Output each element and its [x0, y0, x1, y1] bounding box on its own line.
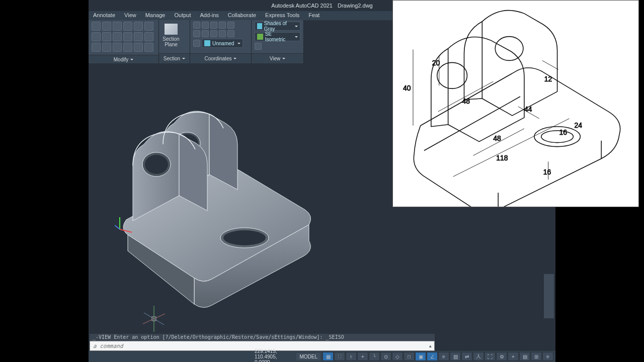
- tab-annotate[interactable]: Annotate: [89, 11, 120, 20]
- transparency-icon[interactable]: ▨: [450, 352, 461, 361]
- ucs4-icon[interactable]: [219, 22, 226, 29]
- navigation-bar[interactable]: [543, 274, 554, 319]
- infer-icon[interactable]: ⊦: [346, 352, 357, 361]
- draw5-icon[interactable]: [134, 43, 143, 52]
- cursor-coordinates: 229.1415, 110.4905, 0.0000: [255, 348, 292, 363]
- svg-line-7: [120, 229, 132, 232]
- panel-section[interactable]: Section: [159, 53, 190, 63]
- svg-point-5: [145, 155, 168, 174]
- snap-icon[interactable]: ⸬: [334, 352, 345, 361]
- svg-point-15: [495, 37, 523, 61]
- ucs1-icon[interactable]: [193, 22, 200, 29]
- svg-point-16: [437, 62, 467, 88]
- dim-48b: 48: [493, 134, 501, 142]
- draw1-icon[interactable]: [92, 43, 101, 52]
- 3dosnap-icon[interactable]: ▣: [415, 352, 426, 361]
- chevron-down-icon: [295, 36, 298, 38]
- ucs7-icon[interactable]: [202, 30, 209, 37]
- units-icon[interactable]: ▤: [519, 352, 530, 361]
- lweight-icon[interactable]: ≡: [438, 352, 449, 361]
- tab-collaborate[interactable]: Collaborate: [223, 11, 261, 20]
- chevron-down-icon: [233, 58, 236, 59]
- tab-view[interactable]: View: [120, 11, 141, 20]
- qp-icon[interactable]: ⊞: [531, 352, 542, 361]
- chevron-down-icon: [130, 59, 133, 60]
- ucs5-icon[interactable]: [227, 22, 234, 29]
- sphere-icon: [257, 23, 262, 29]
- tab-express[interactable]: Express Tools: [261, 11, 304, 20]
- draw6-icon[interactable]: [144, 43, 153, 52]
- trim-icon[interactable]: [113, 22, 122, 31]
- panel-coordinates[interactable]: Coordinates: [190, 53, 251, 63]
- autoscale-icon[interactable]: ⛶: [485, 352, 496, 361]
- iso-icon[interactable]: ◇: [392, 352, 403, 361]
- svg-line-20: [542, 60, 558, 69]
- space-toggle[interactable]: MODEL: [296, 353, 320, 360]
- ortho-icon[interactable]: └: [369, 352, 380, 361]
- ucs-icon: [204, 40, 210, 46]
- command-history-up-icon[interactable]: ▴: [426, 343, 434, 348]
- dim-12: 12: [544, 75, 552, 83]
- tab-manage[interactable]: Manage: [141, 11, 170, 20]
- chevron-down-icon: [295, 26, 298, 27]
- draw3-icon[interactable]: [113, 43, 122, 52]
- dim-16b: 16: [543, 168, 551, 176]
- polar-icon[interactable]: ⊙: [380, 352, 391, 361]
- dim-40: 40: [403, 84, 411, 92]
- ucs11-icon[interactable]: [193, 40, 200, 47]
- annomonitor-icon[interactable]: +: [508, 352, 519, 361]
- rotate-icon[interactable]: [102, 22, 111, 31]
- ucs10-icon[interactable]: [227, 30, 234, 37]
- erase-icon[interactable]: [144, 32, 153, 41]
- copy-icon[interactable]: [92, 32, 101, 41]
- tab-featured[interactable]: Feat: [304, 11, 324, 20]
- tab-addins[interactable]: Add-ins: [196, 11, 223, 20]
- ucs3-icon[interactable]: [210, 22, 217, 29]
- tab-output[interactable]: Output: [170, 11, 195, 20]
- array-icon[interactable]: [144, 22, 153, 31]
- annot-icon[interactable]: 人: [473, 352, 484, 361]
- ucs9-icon[interactable]: [219, 30, 226, 37]
- workspace-icon[interactable]: ⚙: [496, 352, 507, 361]
- section-plane-button[interactable]: Section Plane: [160, 21, 182, 49]
- osnap-icon[interactable]: □: [404, 352, 415, 361]
- svg-point-14: [541, 131, 574, 143]
- view-preset-dropdown[interactable]: SE Isometric: [255, 32, 300, 41]
- status-bar: 229.1415, 110.4905, 0.0000 MODEL ▦ ⸬ ⊦ +…: [89, 351, 555, 362]
- file-name: Drawing2.dwg: [338, 3, 373, 9]
- ucs6-icon[interactable]: [193, 30, 200, 37]
- autocad-window: Autodesk AutoCAD 2021 Drawing2.dwg Annot…: [89, 0, 555, 362]
- offset-icon[interactable]: [123, 32, 132, 41]
- explode-icon[interactable]: [134, 32, 143, 41]
- draw4-icon[interactable]: [123, 43, 132, 52]
- dim-24: 24: [574, 121, 582, 129]
- cube-icon: [257, 34, 263, 40]
- chevron-down-icon: [182, 58, 185, 59]
- fillet-icon[interactable]: [134, 22, 143, 31]
- reference-drawing: 40 20 48 12 44 48 118 16 24 16: [392, 0, 639, 207]
- move-icon[interactable]: [92, 22, 101, 31]
- view-tool-icon[interactable]: [255, 43, 262, 50]
- stretch-icon[interactable]: [102, 32, 111, 41]
- panel-modify[interactable]: Modify: [89, 55, 158, 63]
- svg-line-8: [115, 225, 120, 229]
- otrack-icon[interactable]: ∠: [427, 352, 438, 361]
- ucs-named-dropdown[interactable]: Unnamed: [202, 39, 243, 48]
- ucs2-icon[interactable]: [202, 22, 209, 29]
- draw2-icon[interactable]: [102, 43, 111, 52]
- mirror-icon[interactable]: [123, 22, 132, 31]
- grid-icon[interactable]: ▦: [323, 352, 334, 361]
- customize-icon[interactable]: ≡: [542, 352, 553, 361]
- svg-point-1: [223, 230, 266, 245]
- dim-20: 20: [432, 59, 440, 67]
- panel-view[interactable]: View: [252, 53, 303, 63]
- crosshair-cursor-icon: [139, 304, 169, 334]
- visual-style-dropdown[interactable]: Shades of Gray: [255, 22, 300, 31]
- cycle-icon[interactable]: ⇄: [461, 352, 472, 361]
- app-name: Autodesk AutoCAD 2021: [271, 3, 333, 9]
- dynamic-icon[interactable]: +: [357, 352, 368, 361]
- scale-icon[interactable]: [113, 32, 122, 41]
- ucs8-icon[interactable]: [210, 30, 217, 37]
- ucs-axes-icon: [115, 214, 135, 234]
- svg-line-23: [453, 119, 570, 176]
